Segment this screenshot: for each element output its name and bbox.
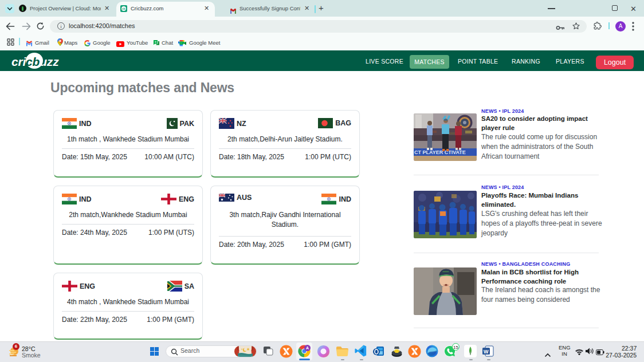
svg-text:CT PLAYER CTIVATE: CT PLAYER CTIVATE — [414, 149, 466, 155]
svg-text:W: W — [484, 349, 489, 355]
